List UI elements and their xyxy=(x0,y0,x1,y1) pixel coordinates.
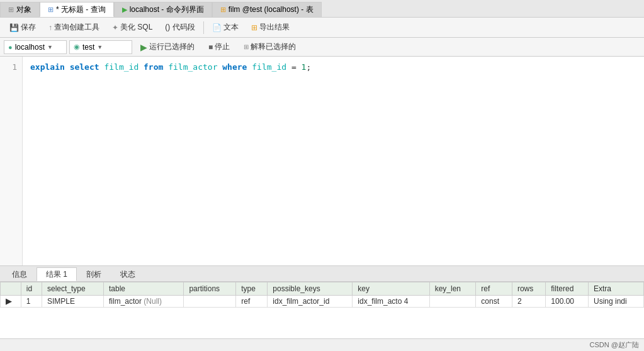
toolbar: 💾 保存 ↑ 查询创建工具 ✦ 美化 SQL () 代码段 📄 文本 ⊞ 导出结… xyxy=(0,18,644,38)
col-header-arrow xyxy=(1,282,21,296)
bottom-tabs: 信息 结果 1 剖析 状态 xyxy=(0,265,644,282)
tab-result1-label: 结果 1 xyxy=(46,269,67,280)
tab-film-label: film @test (localhost) - 表 xyxy=(229,4,314,15)
col-header-extra[interactable]: Extra xyxy=(589,282,644,296)
results-header-row: id select_type table partitions type pos… xyxy=(1,282,644,296)
row-arrow: ▶ xyxy=(1,296,21,308)
explain-label: 解释已选择的 xyxy=(251,42,296,52)
col-header-rows[interactable]: rows xyxy=(512,282,545,296)
db-dropdown-arrow: ▼ xyxy=(97,44,103,50)
query-tool-icon: ↑ xyxy=(48,23,52,32)
tab-terminal-label: localhost - 命令列界面 xyxy=(130,4,204,15)
cell-extra: Using indi xyxy=(589,296,644,308)
tab-query[interactable]: ⊞ * 无标题 - 查询 xyxy=(40,2,114,17)
cell-filtered: 100.00 xyxy=(546,296,589,308)
tab-query-label: * 无标题 - 查询 xyxy=(56,4,106,15)
beautify-icon: ✦ xyxy=(112,23,118,32)
col-header-table[interactable]: table xyxy=(103,282,183,296)
run-selected-button[interactable]: ▶ 运行已选择的 xyxy=(135,40,200,54)
db-icon: ◉ xyxy=(74,43,80,51)
editor-wrapper: 1 explain select film_id from film_actor… xyxy=(0,57,644,265)
beautify-label: 美化 SQL xyxy=(120,22,152,33)
export-label: 导出结果 xyxy=(259,22,290,33)
query-tool-label: 查询创建工具 xyxy=(54,22,99,33)
col-header-id[interactable]: id xyxy=(21,282,42,296)
tab-profile-label: 剖析 xyxy=(86,269,101,280)
tab-status-label: 状态 xyxy=(120,269,135,280)
toolbar-separator-1 xyxy=(203,21,204,34)
col-header-select-type[interactable]: select_type xyxy=(42,282,104,296)
cell-id: 1 xyxy=(21,296,42,308)
cell-select-type: SIMPLE xyxy=(42,296,104,308)
tab-terminal[interactable]: ▶ localhost - 命令列界面 xyxy=(114,2,212,17)
code-segment-label: () 代码段 xyxy=(165,22,195,33)
col-header-key-len[interactable]: key_len xyxy=(429,282,476,296)
explain-icon: ⊞ xyxy=(244,43,249,50)
terminal-tab-icon: ▶ xyxy=(122,6,127,14)
db-label: test xyxy=(82,43,94,52)
explain-button[interactable]: ⊞ 解释已选择的 xyxy=(238,40,302,54)
text-button[interactable]: 📄 文本 xyxy=(206,20,244,36)
cell-partitions-inline: (Null) xyxy=(144,297,162,306)
tab-info[interactable]: 信息 xyxy=(3,267,37,281)
cell-key: idx_film_acto 4 xyxy=(353,296,429,308)
server-dropdown-arrow: ▼ xyxy=(47,44,53,50)
server-icon: ● xyxy=(8,43,13,51)
server-label: localhost xyxy=(15,43,45,52)
stop-button[interactable]: ■ 停止 xyxy=(203,40,235,54)
save-icon: 💾 xyxy=(9,23,19,32)
col-header-ref[interactable]: ref xyxy=(476,282,512,296)
cell-table: film_actor (Null) xyxy=(103,296,183,308)
tab-film-table[interactable]: ⊞ film @test (localhost) - 表 xyxy=(212,2,322,17)
object-tab-icon: ⊞ xyxy=(8,6,14,14)
tab-status[interactable]: 状态 xyxy=(111,267,145,281)
tab-object-label: 对象 xyxy=(16,4,31,15)
export-icon: ⊞ xyxy=(251,23,257,32)
cell-rows: 2 xyxy=(512,296,545,308)
line-numbers: 1 xyxy=(0,57,23,265)
cell-key-len xyxy=(429,296,476,308)
results-table: id select_type table partitions type pos… xyxy=(0,282,644,308)
run-icon: ▶ xyxy=(140,42,147,52)
cell-type: ref xyxy=(236,296,268,308)
text-label: 文本 xyxy=(223,22,239,33)
col-header-partitions[interactable]: partitions xyxy=(184,282,236,296)
status-bar: CSDN @赵广陆 xyxy=(0,338,644,351)
col-header-type[interactable]: type xyxy=(236,282,268,296)
col-header-key[interactable]: key xyxy=(353,282,429,296)
results-area: id select_type table partitions type pos… xyxy=(0,282,644,338)
save-label: 保存 xyxy=(21,22,36,33)
table-row: ▶ 1 SIMPLE film_actor (Null) ref idx_fil… xyxy=(1,296,644,308)
query-tab-icon: ⊞ xyxy=(48,6,54,14)
tab-profile[interactable]: 剖析 xyxy=(77,267,111,281)
cell-partitions xyxy=(184,296,236,308)
col-header-filtered[interactable]: filtered xyxy=(546,282,589,296)
server-dropdown[interactable]: ● localhost ▼ xyxy=(4,40,67,54)
col-header-possible-keys[interactable]: possible_keys xyxy=(268,282,353,296)
beautify-sql-button[interactable]: ✦ 美化 SQL xyxy=(106,20,158,36)
query-tool-button[interactable]: ↑ 查询创建工具 xyxy=(43,20,105,36)
tab-object[interactable]: ⊞ 对象 xyxy=(0,2,40,17)
stop-label: 停止 xyxy=(215,42,230,52)
db-dropdown[interactable]: ◉ test ▼ xyxy=(69,40,132,54)
line-number-1: 1 xyxy=(5,60,17,74)
main-layout: ⊞ 对象 ⊞ * 无标题 - 查询 ▶ localhost - 命令列界面 ⊞ … xyxy=(0,0,644,351)
tab-result1[interactable]: 结果 1 xyxy=(37,267,77,281)
sql-line-1: explain select film_id from film_actor w… xyxy=(30,60,636,74)
cell-possible-keys: idx_film_actor_id xyxy=(268,296,353,308)
text-icon: 📄 xyxy=(212,23,222,32)
stop-icon: ■ xyxy=(208,43,213,52)
export-button[interactable]: ⊞ 导出结果 xyxy=(246,20,295,36)
code-segment-button[interactable]: () 代码段 xyxy=(159,20,200,36)
film-table-tab-icon: ⊞ xyxy=(220,6,226,14)
watermark-text: CSDN @赵广陆 xyxy=(590,340,639,350)
cell-ref: const xyxy=(476,296,512,308)
save-button[interactable]: 💾 保存 xyxy=(4,20,42,36)
run-selected-label: 运行已选择的 xyxy=(149,42,195,52)
run-bar: ● localhost ▼ ◉ test ▼ ▶ 运行已选择的 ■ 停止 ⊞ 解… xyxy=(0,38,644,57)
tab-bar: ⊞ 对象 ⊞ * 无标题 - 查询 ▶ localhost - 命令列界面 ⊞ … xyxy=(0,0,644,18)
tab-info-label: 信息 xyxy=(12,269,27,280)
editor-content[interactable]: explain select film_id from film_actor w… xyxy=(23,57,644,265)
